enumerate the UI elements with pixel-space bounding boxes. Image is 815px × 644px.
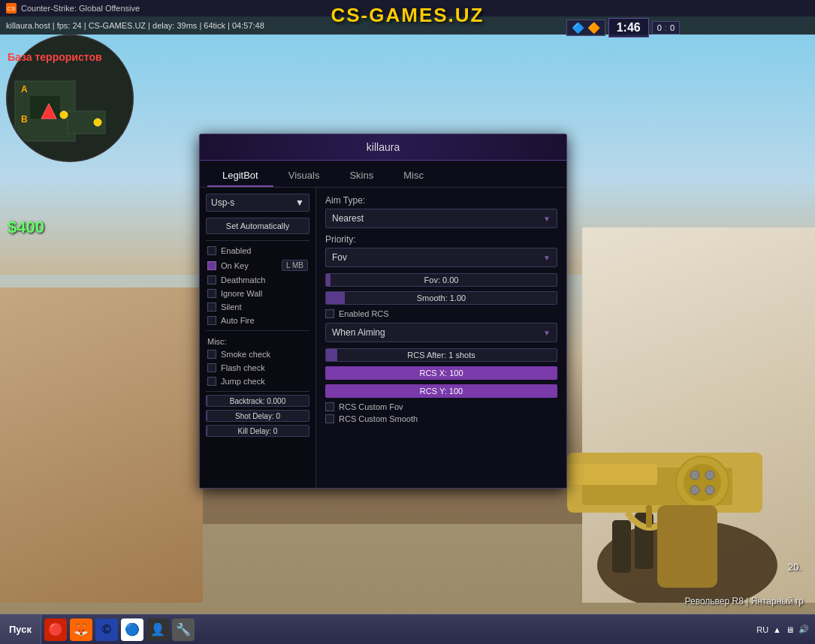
cheat-panel: killaura LegitBot Visuals Skins Misc Usp… [199, 134, 567, 489]
priority-label: Priority: [325, 234, 557, 245]
network-icon: 🖥 [786, 625, 794, 634]
divider-2 [206, 330, 309, 331]
start-button[interactable]: Пуск [0, 615, 41, 644]
shot-delay-slider[interactable]: Shot Delay: 0 [206, 410, 309, 422]
backtrack-value: Backtrack: 0.000 [230, 397, 285, 405]
rcs-after-label: RCS After: 1 shots [326, 351, 557, 360]
aim-type-value: Nearest [332, 213, 364, 224]
set-automatically-button[interactable]: Set Automatically [206, 218, 309, 234]
weapon-selector[interactable]: Usp-s ▼ [206, 194, 309, 212]
tab-legitbot[interactable]: LegitBot [207, 165, 273, 187]
aim-type-arrow: ▼ [543, 215, 551, 223]
svg-point-20 [690, 486, 699, 495]
left-column: Usp-s ▼ Set Automatically Enabled On Key… [200, 188, 316, 488]
priority-value: Fov [332, 252, 347, 263]
svg-point-18 [690, 471, 699, 480]
team-label: База террористов [8, 51, 102, 63]
aim-type-label: Aim Type: [325, 195, 557, 206]
enabled-rcs-checkbox[interactable] [325, 309, 334, 318]
when-aiming-dropdown[interactable]: When Aiming ▼ [325, 323, 557, 342]
taskbar-chrome-icon[interactable]: 🔵 [121, 618, 143, 641]
taskbar-firefox-icon[interactable]: 🦊 [70, 618, 92, 641]
rcs-x-bar[interactable]: RCS X: 100 [325, 366, 557, 380]
language-indicator: RU [756, 625, 768, 634]
kill-delay-value: Kill Delay: 0 [238, 427, 278, 435]
ignore-wall-checkbox[interactable] [207, 289, 216, 298]
rcs-custom-smooth-checkbox[interactable] [325, 414, 334, 423]
svg-point-7 [94, 119, 101, 126]
on-key-option: On Key L MB [206, 257, 309, 273]
svg-rect-22 [646, 505, 652, 528]
svg-point-19 [705, 471, 714, 480]
enabled-rcs-row: Enabled RCS [325, 309, 557, 318]
kill-delay-slider[interactable]: Kill Delay: 0 [206, 425, 309, 437]
smooth-label: Smooth: 1.00 [326, 293, 557, 302]
flash-check-option: Flash check [206, 361, 309, 375]
arrow-up-icon: ▲ [773, 625, 781, 634]
tab-skins[interactable]: Skins [334, 165, 388, 187]
jump-check-checkbox[interactable] [207, 377, 216, 386]
on-key-badge[interactable]: L MB [282, 260, 308, 271]
taskbar: Пуск 🔴 🦊 © 🔵 👤 🔧 RU ▲ 🖥 🔊 [0, 614, 815, 644]
right-column: Aim Type: Nearest ▼ Priority: Fov ▼ Fov:… [316, 188, 566, 488]
aim-type-dropdown[interactable]: Nearest ▼ [325, 209, 557, 228]
auto-fire-label: Auto Fire [221, 316, 255, 325]
rcs-custom-fov-label: RCS Custom Fov [339, 402, 403, 411]
panel-title-bar: killaura [200, 134, 566, 161]
smoke-check-checkbox[interactable] [207, 350, 216, 359]
tab-visuals[interactable]: Visuals [273, 165, 335, 187]
silent-option: Silent [206, 300, 309, 314]
score-left: 0 [657, 23, 662, 32]
watermark: CS-GAMES.UZ [331, 4, 484, 27]
when-aiming-arrow: ▼ [543, 329, 551, 337]
street-number: 20. [788, 561, 801, 573]
misc-header: Misc: [206, 334, 309, 348]
taskbar-cs-icon[interactable]: 👤 [146, 618, 169, 641]
money-display: $400 [8, 218, 44, 237]
enabled-option: Enabled [206, 244, 309, 257]
rcs-y-bar[interactable]: RCS Y: 100 [325, 384, 557, 398]
auto-fire-checkbox[interactable] [207, 316, 216, 325]
divider [206, 240, 309, 241]
rcs-custom-smooth-row: RCS Custom Smooth [325, 414, 557, 423]
jump-check-option: Jump check [206, 375, 309, 388]
priority-dropdown[interactable]: Fov ▼ [325, 248, 557, 267]
rcs-after-slider[interactable]: RCS After: 1 shots [325, 348, 557, 362]
smooth-slider[interactable]: Smooth: 1.00 [325, 291, 557, 305]
app-icon: CS [6, 3, 17, 14]
silent-checkbox[interactable] [207, 302, 216, 311]
taskbar-apps: 🔴 🦊 © 🔵 👤 🔧 [41, 615, 198, 644]
taskbar-ccleaner-icon[interactable]: © [95, 618, 118, 641]
weapon-info-text: Револьвер R8 | Янтарный гр [685, 596, 804, 606]
deathmatch-label: Deathmatch [221, 275, 265, 284]
shot-delay-value: Shot Delay: 0 [235, 412, 280, 420]
deathmatch-checkbox[interactable] [207, 275, 216, 284]
when-aiming-value: When Aiming [332, 327, 385, 338]
enabled-rcs-label: Enabled RCS [339, 309, 389, 318]
panel-title: killaura [367, 141, 400, 153]
hud-info: killaura.host | fps: 24 | CS-GAMES.UZ | … [6, 21, 264, 30]
ignore-wall-label: Ignore Wall [221, 289, 262, 298]
taskbar-right: RU ▲ 🖥 🔊 [750, 624, 815, 634]
smoke-check-label: Smoke check [221, 350, 270, 359]
building-left [0, 287, 203, 603]
backtrack-slider[interactable]: Backtrack: 0.000 [206, 395, 309, 407]
fov-slider[interactable]: Fov: 0.00 [325, 273, 557, 287]
rcs-y-label: RCS Y: 100 [420, 387, 463, 396]
priority-arrow: ▼ [543, 254, 551, 262]
window-title: Counter-Strike: Global Offensive [21, 4, 140, 13]
rcs-custom-fov-checkbox[interactable] [325, 402, 334, 411]
taskbar-opera-icon[interactable]: 🔴 [44, 618, 67, 641]
rcs-custom-fov-row: RCS Custom Fov [325, 402, 557, 411]
deathmatch-option: Deathmatch [206, 273, 309, 287]
on-key-checkbox[interactable] [207, 261, 216, 270]
fov-label: Fov: 0.00 [326, 275, 557, 284]
rcs-custom-smooth-label: RCS Custom Smooth [339, 414, 418, 423]
flash-check-checkbox[interactable] [207, 363, 216, 372]
svg-text:A: A [21, 84, 28, 95]
taskbar-tool-icon[interactable]: 🔧 [172, 618, 195, 641]
enabled-checkbox[interactable] [207, 246, 216, 255]
divider-3 [206, 391, 309, 392]
tab-misc[interactable]: Misc [388, 165, 439, 187]
svg-point-6 [60, 111, 68, 119]
